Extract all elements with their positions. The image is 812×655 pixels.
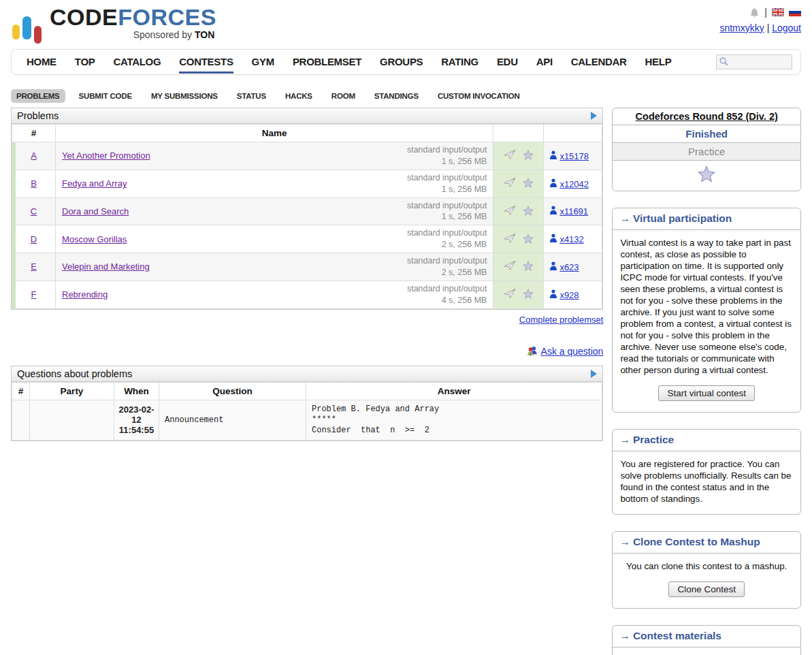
nav-item-edu[interactable]: EDU — [497, 50, 518, 74]
contest-info-box: Codeforces Round 852 (Div. 2) Finished P… — [612, 108, 801, 191]
clone-contest-button[interactable]: Clone Contest — [668, 581, 745, 597]
problem-limits: standard input/output1 s, 256 MB — [407, 200, 487, 223]
nav-item-catalog[interactable]: CATALOG — [113, 50, 161, 74]
subnav-item-standings[interactable]: STANDINGS — [369, 89, 424, 103]
problem-index-link[interactable]: B — [31, 178, 37, 189]
submit-paper-plane-icon[interactable] — [504, 236, 516, 246]
logout-link[interactable]: Logout — [772, 22, 801, 33]
problem-limits: standard input/output4 s, 256 MB — [407, 283, 487, 306]
favorite-star-icon[interactable] — [523, 263, 534, 273]
favorite-star-icon[interactable] — [523, 291, 534, 301]
search-icon — [719, 57, 729, 69]
contest-subnav: PROBLEMS SUBMIT CODE MY SUBMISSIONS STAT… — [11, 89, 801, 103]
submit-paper-plane-icon[interactable] — [504, 291, 516, 301]
subnav-item-hacks[interactable]: HACKS — [280, 89, 318, 103]
flag-en-icon[interactable] — [772, 8, 784, 16]
subnav-item-my-submissions[interactable]: MY SUBMISSIONS — [146, 89, 223, 103]
problem-name-link[interactable]: Velepin and Marketing — [62, 261, 150, 272]
problem-row-a: A Yet Another Promotion standard input/o… — [12, 142, 602, 170]
nav-item-problemset[interactable]: PROBLEMSET — [293, 50, 361, 74]
solved-count-link[interactable]: x928 — [559, 290, 579, 300]
problem-index-link[interactable]: A — [31, 150, 37, 161]
submit-paper-plane-icon[interactable] — [504, 263, 516, 273]
flag-ru-icon[interactable] — [789, 8, 801, 16]
bell-icon[interactable] — [749, 7, 760, 18]
complete-problemset-link[interactable]: Complete problemset — [519, 315, 604, 325]
nav-item-api[interactable]: API — [536, 50, 553, 74]
favorite-star-icon[interactable] — [523, 152, 534, 162]
virtual-text: Virtual contest is a way to take part in… — [620, 238, 792, 375]
favorite-star-icon[interactable] — [523, 208, 534, 218]
solved-count-link[interactable]: x623 — [559, 262, 579, 272]
codeforces-logo[interactable]: CODEFORCES Sponsored by TON — [12, 5, 216, 39]
question-party — [30, 400, 114, 441]
problem-index-link[interactable]: F — [31, 289, 37, 300]
nav-item-calendar[interactable]: CALENDAR — [571, 50, 627, 74]
solved-count-link[interactable]: x15178 — [559, 151, 589, 161]
problem-limits: standard input/output2 s, 256 MB — [407, 227, 487, 251]
subnav-item-room[interactable]: ROOM — [326, 89, 361, 103]
submit-paper-plane-icon[interactable] — [504, 208, 516, 218]
contest-status: Finished — [613, 125, 800, 143]
nav-item-groups[interactable]: GROUPS — [380, 50, 423, 74]
contest-mode: Practice — [613, 143, 800, 161]
username-link[interactable]: sntmxykky — [719, 22, 764, 33]
practice-title: Practice — [633, 434, 674, 445]
page-header: CODEFORCES Sponsored by TON | sntmxykky … — [0, 0, 812, 49]
problem-limits: standard input/output1 s, 256 MB — [407, 172, 487, 195]
caption-arrow: → — [619, 536, 630, 547]
nav-item-contests[interactable]: CONTESTS — [179, 50, 233, 74]
problem-name-link[interactable]: Yet Another Promotion — [62, 150, 150, 161]
problem-name-link[interactable]: Moscow Gorillas — [62, 234, 127, 244]
subnav-item-problems[interactable]: PROBLEMS — [11, 89, 65, 103]
ask-question-link[interactable]: Ask a question — [541, 346, 604, 357]
caption-play-icon[interactable] — [591, 112, 597, 120]
caption-play-icon[interactable] — [591, 370, 597, 378]
question-row: 2023-02-12 11:54:55 Announcement Problem… — [12, 400, 602, 441]
problem-index-link[interactable]: D — [31, 234, 37, 244]
problem-name-link[interactable]: Fedya and Array — [62, 178, 127, 189]
nav-item-help[interactable]: HELP — [645, 50, 672, 74]
submit-paper-plane-icon[interactable] — [504, 180, 516, 190]
subnav-item-submit-code[interactable]: SUBMIT CODE — [74, 89, 137, 103]
nav-item-gym[interactable]: GYM — [252, 50, 274, 74]
subnav-item-custom-invocation[interactable]: CUSTOM INVOCATION — [432, 89, 525, 103]
problem-row-e: E Velepin and Marketing standard input/o… — [12, 253, 602, 281]
problem-index-link[interactable]: C — [31, 206, 37, 217]
problem-name-link[interactable]: Dora and Search — [62, 206, 129, 217]
col-header-icons — [493, 125, 544, 142]
favorite-star-icon[interactable] — [523, 236, 534, 246]
nav-item-home[interactable]: HOME — [27, 50, 56, 74]
contest-favorite-star-icon[interactable] — [698, 174, 715, 185]
solved-count-link[interactable]: x4132 — [559, 234, 583, 244]
problem-row-c: C Dora and Search standard input/output1… — [12, 197, 602, 225]
problem-index-link[interactable]: E — [31, 261, 37, 272]
contest-title-link[interactable]: Codeforces Round 852 (Div. 2) — [636, 111, 778, 122]
solved-count-link[interactable]: x11691 — [559, 206, 588, 217]
materials-title: Contest materials — [633, 630, 721, 641]
problem-limits: standard input/output1 s, 256 MB — [407, 144, 487, 167]
problem-row-d: D Moscow Gorillas standard input/output2… — [12, 225, 602, 253]
q-col-question: Question — [159, 382, 306, 400]
clone-text: You can clone this contest to a mashup. — [626, 561, 787, 571]
question-when: 2023-02-12 11:54:55 — [114, 400, 159, 441]
start-virtual-contest-button[interactable]: Start virtual contest — [658, 385, 755, 401]
problem-name-link[interactable]: Rebrending — [62, 289, 108, 300]
contest-materials-box: →Contest materials Announcement × Tutori… — [612, 625, 801, 655]
solved-person-icon — [549, 290, 557, 300]
questions-caption: Questions about problems — [17, 368, 132, 379]
questions-header-row: # Party When Question Answer — [12, 382, 602, 400]
solved-count-link[interactable]: x12042 — [559, 179, 589, 189]
problems-caption: Problems — [17, 110, 59, 121]
nav-item-rating[interactable]: RATING — [441, 50, 478, 74]
logo-title: CODEFORCES — [50, 4, 216, 30]
problems-header-row: # Name — [12, 125, 602, 142]
question-answer: Problem B. Fedya and Array ***** Conside… — [306, 400, 602, 441]
practice-text: You are registered for practice. You can… — [613, 451, 800, 514]
nav-item-top[interactable]: TOP — [75, 50, 95, 74]
problems-table: Problems # Name A Yet Another Promotion — [11, 108, 603, 310]
favorite-star-icon[interactable] — [523, 180, 534, 190]
subnav-item-status[interactable]: STATUS — [231, 89, 272, 103]
caption-arrow: → — [619, 434, 630, 445]
submit-paper-plane-icon[interactable] — [504, 152, 516, 162]
